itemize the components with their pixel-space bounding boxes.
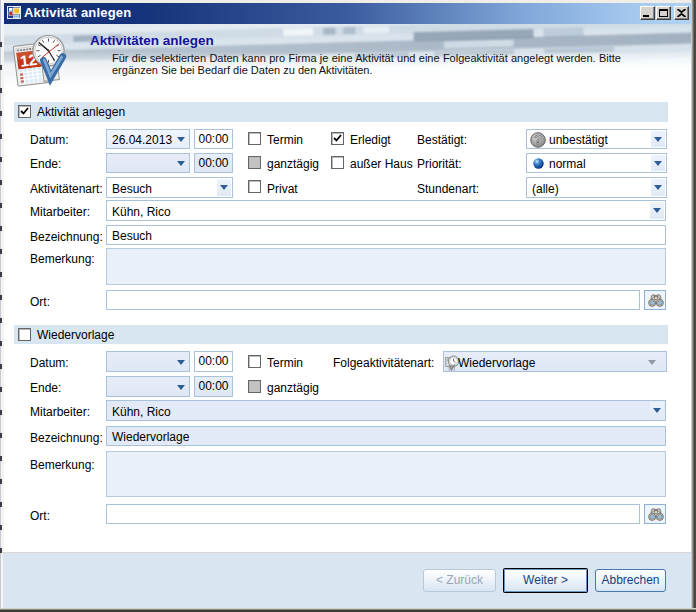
svg-text:?: ?: [534, 133, 541, 147]
